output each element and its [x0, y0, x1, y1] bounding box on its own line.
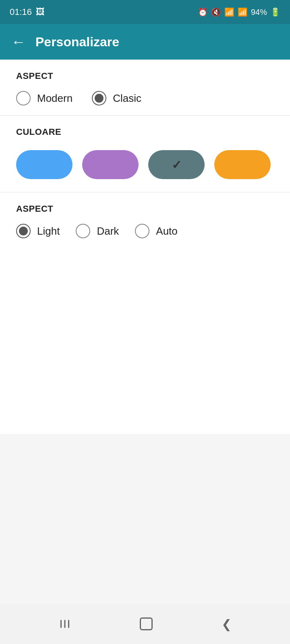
- aspect-clasic-label: Clasic: [113, 92, 141, 105]
- theme-dark-option[interactable]: Dark: [76, 224, 119, 238]
- theme-dark-label: Dark: [97, 225, 119, 237]
- aspect-modern-radio[interactable]: [16, 91, 31, 105]
- empty-space: [0, 434, 290, 604]
- theme-dark-radio[interactable]: [76, 224, 90, 238]
- color-swatch-blue[interactable]: [16, 150, 72, 179]
- alarm-icon: ⏰: [198, 7, 208, 17]
- content-area: ASPECT Modern Clasic CULOARE ✓: [0, 60, 290, 434]
- color-swatch-purple[interactable]: [82, 150, 139, 179]
- theme-light-label: Light: [37, 225, 60, 237]
- back-button[interactable]: ←: [11, 33, 26, 50]
- aspect-section-2: ASPECT Light Dark Auto: [0, 192, 290, 248]
- aspect-section-1-title: ASPECT: [16, 71, 274, 81]
- screenshot-icon: 🖼: [36, 7, 45, 17]
- header: ← Personalizare: [0, 24, 290, 60]
- status-bar-left: 01:16 🖼: [10, 7, 45, 17]
- recent-apps-icon: [58, 617, 71, 630]
- system-back-button[interactable]: [222, 617, 232, 631]
- aspect-clasic-radio[interactable]: [92, 91, 106, 105]
- time-display: 01:16: [10, 7, 32, 17]
- theme-radio-group: Light Dark Auto: [16, 224, 274, 242]
- mute-icon: 🔇: [211, 7, 221, 17]
- aspect-section-1: ASPECT Modern Clasic: [0, 60, 290, 115]
- home-button[interactable]: [140, 617, 153, 630]
- status-bar-right: ⏰ 🔇 📶 📶 94% 🔋: [198, 7, 280, 17]
- color-swatch-orange[interactable]: [214, 150, 271, 179]
- nav-bar: [0, 604, 290, 644]
- signal-icon: 📶: [238, 7, 248, 17]
- checkmark-icon: ✓: [172, 158, 182, 172]
- culoare-section: CULOARE ✓: [0, 116, 290, 192]
- theme-light-radio[interactable]: [16, 224, 31, 238]
- theme-auto-option[interactable]: Auto: [135, 224, 178, 238]
- theme-auto-label: Auto: [156, 225, 178, 237]
- battery-icon: 🔋: [270, 7, 280, 17]
- wifi-icon: 📶: [224, 7, 234, 17]
- color-swatch-group: ✓: [16, 147, 274, 186]
- svg-rect-1: [64, 620, 66, 628]
- aspect-section-2-title: ASPECT: [16, 204, 274, 214]
- recent-apps-button[interactable]: [58, 617, 71, 630]
- aspect-modern-option[interactable]: Modern: [16, 91, 72, 105]
- theme-auto-radio[interactable]: [135, 224, 149, 238]
- battery-label: 94%: [251, 8, 267, 17]
- status-bar: 01:16 🖼 ⏰ 🔇 📶 📶 94% 🔋: [0, 0, 290, 24]
- page-title: Personalizare: [35, 35, 119, 50]
- culoare-section-title: CULOARE: [16, 127, 274, 137]
- svg-rect-2: [68, 620, 69, 628]
- theme-light-option[interactable]: Light: [16, 224, 60, 238]
- svg-rect-0: [60, 620, 62, 628]
- home-square-icon: [140, 617, 153, 630]
- aspect-radio-group: Modern Clasic: [16, 91, 274, 109]
- aspect-clasic-option[interactable]: Clasic: [92, 91, 141, 105]
- color-swatch-teal[interactable]: ✓: [148, 150, 205, 179]
- aspect-modern-label: Modern: [37, 92, 72, 105]
